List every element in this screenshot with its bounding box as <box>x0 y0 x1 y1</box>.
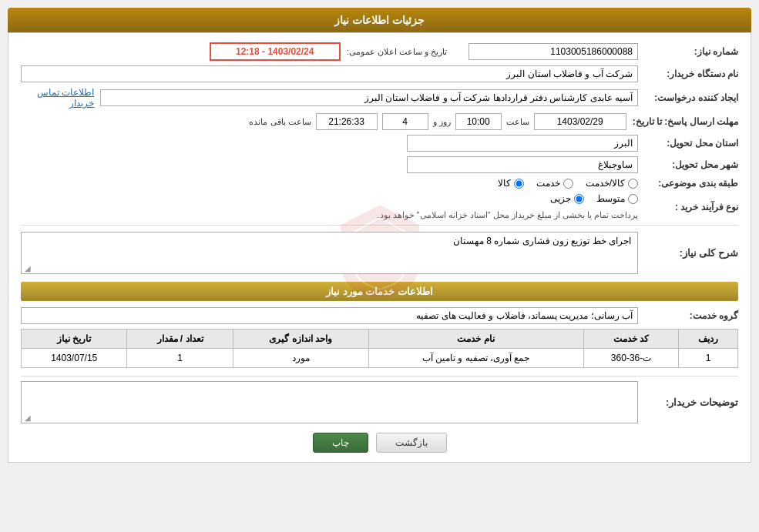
cell-date: 1403/07/15 <box>22 349 127 368</box>
cell-unit: مورد <box>233 349 368 368</box>
category-radio-khidmat[interactable] <box>563 179 573 189</box>
col-qty: تعداد / مقدار <box>127 330 233 349</box>
creator-row: ایجاد کننده درخواست: آسیه عابدی کارشناس … <box>21 87 738 109</box>
city-label: شهر محل تحویل: <box>638 159 738 170</box>
process-radio-motavaset[interactable] <box>628 194 638 204</box>
col-name: نام خدمت <box>368 330 583 349</box>
deadline-time-label: ساعت <box>506 117 529 127</box>
deadline-time: 10:00 <box>455 113 502 130</box>
service-table: ردیف کد خدمت نام خدمت واحد اندازه گیری ت… <box>21 329 738 368</box>
buyer-name-value: شرکت آب و فاضلاب استان البرز <box>21 65 638 82</box>
province-value: البرز <box>407 135 638 152</box>
deadline-remaining-label: ساعت باقی مانده <box>249 117 311 127</box>
col-rownum: ردیف <box>679 330 738 349</box>
deadline-date: 1403/02/29 <box>534 113 626 130</box>
city-value: ساوجبلاغ <box>407 156 638 173</box>
category-label: طبقه بندی موضوعی: <box>638 178 738 189</box>
city-row: شهر محل تحویل: ساوجبلاغ <box>21 156 738 173</box>
need-desc-label: شرح کلی نیاز: <box>638 247 738 259</box>
buyer-name-row: نام دستگاه خریدار: شرکت آب و فاضلاب استا… <box>21 65 738 82</box>
buyer-desc-row: توضیحات خریدار: ◢ <box>21 381 738 423</box>
deadline-day-label: روز و <box>433 117 451 127</box>
announce-date-value: 1403/02/24 - 12:18 <box>210 42 341 61</box>
category-row: طبقه بندی موضوعی: کالا/خدمت خدمت کالا <box>21 178 738 189</box>
col-unit: واحد اندازه گیری <box>233 330 368 349</box>
process-jozei: جزیی <box>550 193 584 204</box>
contact-link[interactable]: اطلاعات تماس خریدار <box>21 87 94 109</box>
buyer-desc-value[interactable]: ◢ <box>21 381 638 423</box>
back-button[interactable]: بازگشت <box>376 433 447 453</box>
need-number-value: 1103005186000088 <box>468 43 638 60</box>
creator-value: آسیه عابدی کارشناس دفتر قراردادها شرکت آ… <box>100 89 638 106</box>
category-khidmat-label: خدمت <box>536 178 560 189</box>
need-desc-row: شرح کلی نیاز: اجرای خط توزیع زون فشاری ش… <box>21 232 738 274</box>
buyer-name-label: نام دستگاه خریدار: <box>638 69 738 79</box>
table-row: 1 ت-36-360 جمع آوری، تصفیه و تامین آب مو… <box>22 349 738 368</box>
process-label: نوع فرآیند خرید : <box>638 202 738 212</box>
need-desc-section: ANA TENDER شرح کلی نیاز: اجرای خط توزیع … <box>21 232 738 274</box>
announce-date-label: تاریخ و ساعت اعلان عمومی: <box>347 47 447 57</box>
service-group-row: گروه خدمت: آب رسانی؛ مدیریت پسماند، فاضل… <box>21 307 738 324</box>
resize-handle[interactable]: ◢ <box>23 264 31 272</box>
process-motavaset-label: متوسط <box>596 193 625 204</box>
cell-code: ت-36-360 <box>583 349 679 368</box>
process-note: پرداخت تمام یا بخشی از مبلغ خریداز محل "… <box>377 210 638 220</box>
category-options: کالا/خدمت خدمت کالا <box>498 178 638 189</box>
category-radio-kala[interactable] <box>514 179 524 189</box>
page-title: جزئیات اطلاعات نیاز <box>334 14 425 26</box>
process-motavaset: متوسط <box>596 193 638 204</box>
need-desc-value: اجرای خط توزیع زون فشاری شماره 8 مهستان … <box>21 232 638 274</box>
page-container: جزئیات اطلاعات نیاز شماره نیاز: 11030051… <box>0 0 759 532</box>
cell-name: جمع آوری، تصفیه و تامین آب <box>368 349 583 368</box>
process-jozei-label: جزیی <box>550 193 571 204</box>
print-button[interactable]: چاپ <box>313 433 368 453</box>
creator-label: ایجاد کننده درخواست: <box>638 92 738 103</box>
process-options: متوسط جزیی <box>21 193 638 204</box>
deadline-row: مهلت ارسال پاسخ: تا تاریخ: 1403/02/29 سا… <box>21 113 738 130</box>
category-kala: کالا <box>498 178 524 189</box>
process-note-row: پرداخت تمام یا بخشی از مبلغ خریداز محل "… <box>21 210 638 220</box>
buyer-desc-label: توضیحات خریدار: <box>638 396 738 408</box>
process-radio-jozei[interactable] <box>574 194 584 204</box>
table-header-row: ردیف کد خدمت نام خدمت واحد اندازه گیری ت… <box>22 330 738 349</box>
service-group-label: گروه خدمت: <box>638 310 738 321</box>
cell-rownum: 1 <box>679 349 738 368</box>
deadline-label: مهلت ارسال پاسخ: تا تاریخ: <box>626 116 738 127</box>
buyer-resize-handle[interactable]: ◢ <box>23 413 31 421</box>
col-code: کد خدمت <box>583 330 679 349</box>
deadline-day: 4 <box>382 113 428 130</box>
need-number-row: شماره نیاز: 1103005186000088 تاریخ و ساع… <box>21 42 738 61</box>
category-khidmat: خدمت <box>536 178 573 189</box>
category-kala-khidmat: کالا/خدمت <box>586 178 638 189</box>
category-kala-label: کالا <box>498 178 511 189</box>
page-header: جزئیات اطلاعات نیاز <box>8 8 751 32</box>
process-row: نوع فرآیند خرید : متوسط جزیی پرداخت تمام… <box>21 193 738 220</box>
service-info-header: اطلاعات خدمات مورد نیاز <box>21 282 738 301</box>
category-kala-khidmat-label: کالا/خدمت <box>586 178 625 189</box>
deadline-remaining: 21:26:33 <box>316 113 378 130</box>
service-group-value: آب رسانی؛ مدیریت پسماند، فاضلاب و فعالیت… <box>21 307 638 324</box>
category-radio-kala-khidmat[interactable] <box>628 179 638 189</box>
main-card: شماره نیاز: 1103005186000088 تاریخ و ساع… <box>8 32 751 463</box>
province-row: استان محل تحویل: البرز <box>21 135 738 152</box>
province-label: استان محل تحویل: <box>638 138 738 149</box>
button-row: بازگشت چاپ <box>21 433 738 453</box>
col-date: تاریخ نیاز <box>22 330 127 349</box>
need-number-label: شماره نیاز: <box>638 46 738 57</box>
cell-qty: 1 <box>127 349 233 368</box>
